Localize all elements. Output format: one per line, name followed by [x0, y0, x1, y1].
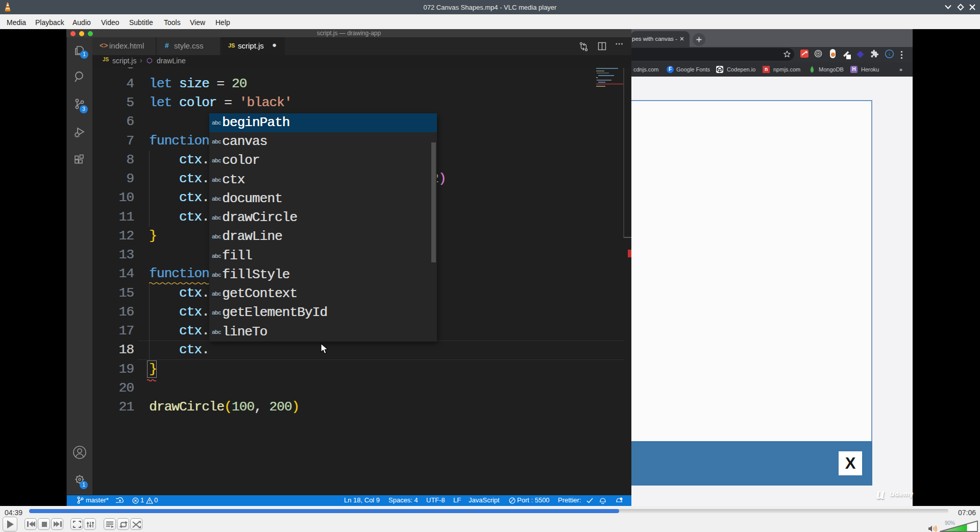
svg-text:i: i	[889, 52, 890, 57]
